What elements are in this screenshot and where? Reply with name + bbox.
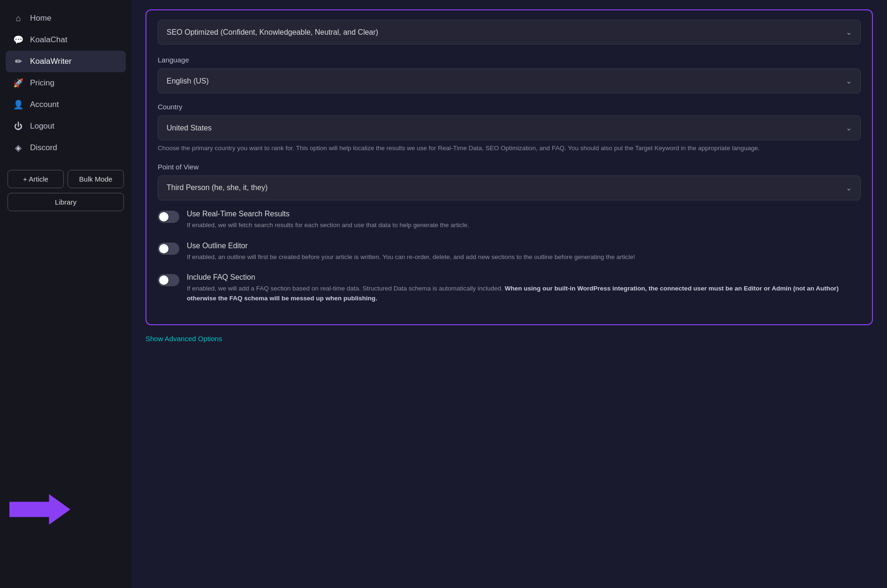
discord-icon: ◈	[13, 143, 23, 153]
koalachat-icon: 💬	[13, 35, 23, 45]
toggle-row-outline: Use Outline EditorIf enabled, an outline…	[158, 242, 861, 262]
sidebar-item-label-pricing: Pricing	[30, 78, 54, 88]
sidebar-action-buttons: + Article Bulk Mode	[6, 170, 126, 188]
country-value: United States	[167, 124, 212, 132]
toggle-thumb	[159, 244, 168, 253]
language-dropdown[interactable]: English (US) ⌄	[158, 69, 861, 93]
toggle-switch-outline[interactable]	[158, 243, 179, 255]
sidebar-item-pricing[interactable]: 🚀Pricing	[6, 72, 126, 94]
chevron-down-icon: ⌄	[846, 123, 852, 132]
language-section: Language English (US) ⌄	[158, 56, 861, 93]
toggle-label-group-faq: Include FAQ SectionIf enabled, we will a…	[187, 273, 861, 304]
toggles-container: Use Real-Time Search ResultsIf enabled, …	[158, 210, 861, 304]
toggle-desc-faq: If enabled, we will add a FAQ section ba…	[187, 284, 861, 304]
show-advanced-link[interactable]: Show Advanced Options	[145, 335, 222, 343]
sidebar-item-label-account: Account	[30, 100, 59, 109]
logout-icon: ⏻	[13, 121, 23, 131]
home-icon: ⌂	[13, 13, 23, 23]
toggle-switch-realtime[interactable]	[158, 211, 179, 223]
country-description: Choose the primary country you want to r…	[158, 143, 861, 153]
language-label: Language	[158, 56, 861, 64]
pov-label: Point of View	[158, 163, 861, 171]
toggle-title-faq: Include FAQ Section	[187, 273, 861, 282]
library-button[interactable]: Library	[8, 193, 124, 211]
main-content: SEO Optimized (Confident, Knowledgeable,…	[131, 0, 887, 588]
pov-value: Third Person (he, she, it, they)	[167, 183, 268, 192]
sidebar: ⌂Home💬KoalaChat✏KoalaWriter🚀Pricing👤Acco…	[0, 0, 131, 588]
sidebar-item-account[interactable]: 👤Account	[6, 94, 126, 115]
toggle-switch-faq[interactable]	[158, 274, 179, 286]
sidebar-item-label-discord: Discord	[30, 143, 57, 153]
tone-dropdown[interactable]: SEO Optimized (Confident, Knowledgeable,…	[158, 20, 861, 45]
toggle-thumb	[159, 212, 168, 221]
koalawriter-icon: ✏	[13, 56, 23, 67]
chevron-down-icon: ⌄	[846, 28, 852, 37]
sidebar-item-discord[interactable]: ◈Discord	[6, 137, 126, 159]
country-label: Country	[158, 103, 861, 111]
sidebar-item-koalachat[interactable]: 💬KoalaChat	[6, 29, 126, 51]
article-button[interactable]: + Article	[8, 170, 64, 188]
pov-section: Point of View Third Person (he, she, it,…	[158, 163, 861, 200]
toggle-row-realtime: Use Real-Time Search ResultsIf enabled, …	[158, 210, 861, 230]
language-value: English (US)	[167, 77, 209, 85]
tone-dropdown-value: SEO Optimized (Confident, Knowledgeable,…	[167, 28, 378, 37]
sidebar-item-label-koalachat: KoalaChat	[30, 35, 67, 45]
toggle-desc-realtime: If enabled, we will fetch search results…	[187, 221, 861, 230]
country-dropdown[interactable]: United States ⌄	[158, 115, 861, 140]
toggle-title-outline: Use Outline Editor	[187, 242, 861, 250]
toggle-row-faq: Include FAQ SectionIf enabled, we will a…	[158, 273, 861, 304]
account-icon: 👤	[13, 99, 23, 110]
sidebar-item-logout[interactable]: ⏻Logout	[6, 115, 126, 137]
chevron-down-icon: ⌄	[846, 183, 852, 192]
sidebar-item-label-home: Home	[30, 14, 51, 23]
settings-panel: SEO Optimized (Confident, Knowledgeable,…	[145, 9, 873, 325]
toggle-desc-outline: If enabled, an outline will first be cre…	[187, 252, 861, 262]
bulk-mode-button[interactable]: Bulk Mode	[68, 170, 124, 188]
chevron-down-icon: ⌄	[846, 76, 852, 85]
pov-dropdown[interactable]: Third Person (he, she, it, they) ⌄	[158, 176, 861, 200]
toggle-label-group-outline: Use Outline EditorIf enabled, an outline…	[187, 242, 861, 262]
country-section: Country United States ⌄ Choose the prima…	[158, 103, 861, 153]
arrow-shape	[9, 494, 70, 525]
tone-dropdown-wrapper: SEO Optimized (Confident, Knowledgeable,…	[158, 20, 861, 45]
sidebar-item-koalawriter[interactable]: ✏KoalaWriter	[6, 51, 126, 72]
sidebar-item-label-koalawriter: KoalaWriter	[30, 57, 72, 66]
toggle-label-group-realtime: Use Real-Time Search ResultsIf enabled, …	[187, 210, 861, 230]
pricing-icon: 🚀	[13, 78, 23, 88]
toggle-title-realtime: Use Real-Time Search Results	[187, 210, 861, 218]
sidebar-item-label-logout: Logout	[30, 122, 54, 131]
sidebar-item-home[interactable]: ⌂Home	[6, 8, 126, 29]
